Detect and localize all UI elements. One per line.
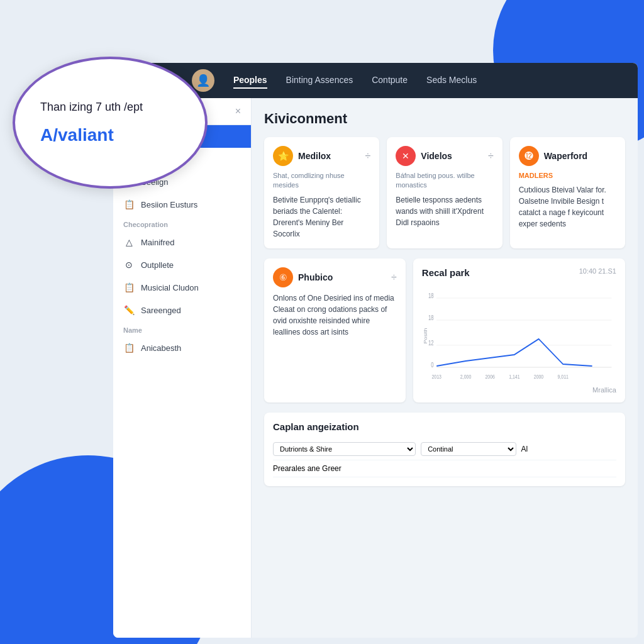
card-medilox-title: Medilox: [298, 151, 331, 161]
card-medilox: ⭐ Medilox ÷ Shat, comdlizing nhuse mesid…: [264, 137, 379, 248]
table-section-title: Caplan angeization: [273, 421, 616, 432]
main-content: Kiviconment ⭐ Medilox ÷ Shat, comdlizing…: [252, 98, 638, 638]
sidebar-item-outpllete[interactable]: ⊙ Outpllete: [113, 253, 251, 276]
medilox-divider-button[interactable]: ÷: [365, 150, 371, 162]
nav-contpute[interactable]: Contpute: [372, 72, 408, 89]
sidebar-item-anicabesth[interactable]: 📋 Anicabesth: [113, 336, 251, 359]
nav-binting[interactable]: Binting Assences: [286, 72, 353, 89]
musicial-icon: 📋: [123, 282, 135, 292]
page-title: Kiviconment: [264, 111, 625, 127]
chart-footer-label: Mrallica: [422, 386, 616, 394]
chart-title: Recal park: [422, 267, 470, 278]
nav-peoples[interactable]: Peoples: [233, 72, 267, 89]
table-row-value-0: Al: [521, 445, 616, 453]
svg-text:2013: 2013: [431, 374, 441, 380]
card-phubico-header: ⑥ Phubico ÷: [273, 267, 397, 287]
sidebar-item-sareenged[interactable]: ✏️ Sareenged: [113, 299, 251, 321]
svg-text:2,000: 2,000: [460, 374, 472, 380]
mainifred-icon: △: [123, 237, 135, 247]
card-videlos: ✕ Videlos ÷ Báfnal beting pous. wtilbe m…: [387, 137, 502, 248]
sidebar-item-label-sareenged: Sareenged: [141, 306, 181, 315]
sidebar-item-label-outpllete: Outpllete: [141, 260, 174, 270]
chart-timestamp: 10:40 21.S1: [579, 267, 616, 275]
svg-text:Posith: Posith: [423, 328, 428, 343]
second-row: ⑥ Phubico ÷ Onlons of One Desiried ins o…: [264, 258, 625, 402]
card-waperford-body: Cutxlious Bteival Valar for. Oalsetne In…: [519, 184, 616, 230]
table-row-0: Dutrionts & Shire Continal Al: [273, 438, 616, 460]
tooltip-line1: Than izing 7 uth /ept: [40, 100, 143, 114]
user-avatar[interactable]: 👤: [192, 69, 214, 92]
cards-row: ⭐ Medilox ÷ Shat, comdlizing nhuse mesid…: [264, 137, 625, 248]
card-waperford: ⓬ Waperford MADLERS Cutxlious Bteival Va…: [510, 137, 625, 248]
card-waperford-title-row: ⓬ Waperford: [519, 146, 587, 166]
tooltip-popup: Than izing 7 uth /ept A/valiant: [13, 57, 208, 189]
svg-text:1,141: 1,141: [509, 374, 520, 380]
svg-text:12: 12: [428, 340, 434, 347]
card-waperford-title: Waperford: [544, 151, 587, 161]
card-videlos-subtitle: Báfnal beting pous. wtilbe monastics: [396, 171, 493, 191]
card-medilox-header: ⭐ Medilox ÷: [273, 146, 370, 166]
table-section: Caplan angeization Dutrionts & Shire Con…: [264, 413, 625, 486]
table-row-1: Prearales ane Greer: [273, 460, 616, 477]
card-waperford-header: ⓬ Waperford: [519, 146, 616, 166]
card-videlos-title: Videlos: [421, 151, 452, 161]
besiion-icon: 📋: [123, 199, 135, 209]
sidebar-item-besiion[interactable]: 📋 Besiion Eusturs: [113, 193, 251, 216]
phubico-divider-button[interactable]: ÷: [391, 272, 397, 283]
card-videlos-header: ✕ Videlos ÷: [396, 146, 493, 166]
card-phubico-title-row: ⑥ Phubico: [273, 267, 333, 287]
card-medilox-subtitle: Shat, comdlizing nhuse mesides: [273, 171, 370, 191]
chart-card: Recal park 10:40 21.S1 18 18 12 0 Posith: [413, 258, 625, 402]
navbar-nav: Peoples Binting Assences Contpute Seds M…: [233, 72, 477, 89]
sidebar-item-mainifred[interactable]: △ Mainifred: [113, 231, 251, 253]
card-medilox-body: Betivite Eunpprq's detiallic beriads the…: [273, 194, 370, 240]
table-row-1-label: Prearales ane Greer: [273, 464, 416, 473]
card-medilox-title-row: ⭐ Medilox: [273, 146, 331, 166]
tooltip-line2: A/valiant: [40, 125, 114, 145]
card-videlos-title-row: ✕ Videlos: [396, 146, 452, 166]
card-phubico: ⑥ Phubico ÷ Onlons of One Desiried ins o…: [264, 258, 406, 402]
outpllete-icon: ⊙: [123, 260, 135, 270]
svg-text:18: 18: [428, 314, 434, 321]
table-dropdown-2[interactable]: Continal: [421, 442, 516, 456]
sidebar-section-name: Name: [113, 321, 251, 336]
phubico-icon: ⑥: [273, 267, 293, 287]
videlos-divider-button[interactable]: ÷: [488, 150, 494, 162]
sidebar-section-checopration: Checopration: [113, 216, 251, 231]
card-phubico-title: Phubico: [298, 272, 333, 282]
svg-text:9,011: 9,011: [557, 374, 569, 380]
sidebar-item-label-musicial: Musicial Cludon: [141, 283, 199, 292]
waperford-icon: ⓬: [519, 146, 539, 166]
svg-text:2006: 2006: [485, 374, 495, 380]
card-phubico-body: Onlons of One Desiried ins of media Clea…: [273, 292, 397, 338]
medilox-icon: ⭐: [273, 146, 293, 166]
videlos-icon: ✕: [396, 146, 416, 166]
svg-text:2000: 2000: [534, 374, 544, 380]
chart-container: 18 18 12 0 Posith: [422, 286, 616, 386]
card-waperford-subtitle-orange: MADLERS: [519, 171, 616, 180]
sidebar-item-label-mainifred: Mainifred: [141, 238, 174, 247]
anicabesth-icon: 📋: [123, 343, 135, 353]
svg-text:18: 18: [428, 292, 434, 299]
sidebar-item-label-anicabesth: Anicabesth: [141, 343, 181, 353]
app-body: Dedvries × 🏠 Memer 🔎 Flors 🏠 Beelign 📋 B…: [113, 98, 638, 638]
table-dropdown-1[interactable]: Dutrionts & Shire: [273, 442, 416, 456]
sidebar-close-button[interactable]: ×: [235, 106, 241, 117]
sidebar-item-label-besiion: Besiion Eusturs: [141, 200, 197, 209]
card-videlos-body: Betielle tesponss aedents wands with shi…: [396, 194, 493, 228]
sidebar-item-musicial[interactable]: 📋 Musicial Cludon: [113, 276, 251, 299]
nav-seds[interactable]: Seds Meclus: [426, 72, 477, 89]
svg-text:0: 0: [431, 362, 433, 369]
sareenged-icon: ✏️: [123, 305, 135, 315]
chart-svg: 18 18 12 0 Posith: [422, 286, 616, 386]
